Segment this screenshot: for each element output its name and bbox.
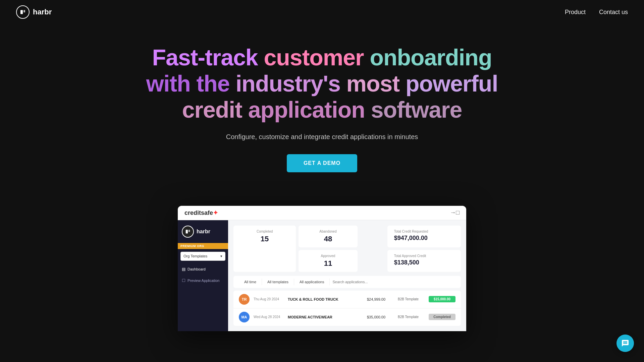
svg-rect-0 — [20, 10, 23, 14]
svg-rect-3 — [189, 230, 190, 232]
completed-value: 15 — [240, 235, 289, 243]
dashboard-icon: ▤ — [182, 267, 185, 272]
row-date: Thu Aug 29 2024 — [254, 297, 284, 301]
sidebar-logo-circle — [182, 226, 194, 238]
row-name: TUCK & ROLL FOOD TRUCK — [288, 297, 363, 301]
nav-link-contact[interactable]: Contact us — [599, 9, 628, 16]
app-sidebar: harbr PREMIUM ORG Org Templates ▾ ▤ Dash… — [178, 220, 228, 331]
sidebar-item-preview[interactable]: ☐ Preview Application — [178, 275, 228, 286]
row-date: Wed Aug 28 2024 — [254, 315, 284, 319]
total-credit-stat: Total Credit Requested $947,000.00 — [387, 226, 461, 247]
abandoned-label: Abandoned — [305, 230, 351, 233]
hero-section: Fast-track customer onboarding with the … — [0, 24, 644, 189]
app-main: Completed 15 Abandoned 48 Approved 11 — [228, 220, 466, 331]
status-badge: Completed — [429, 314, 455, 320]
row-amount: $24,999.00 — [367, 297, 394, 301]
chevron-down-icon: ▾ — [220, 254, 222, 258]
logo-icon — [16, 5, 30, 19]
total-credit-label: Total Credit Requested — [394, 230, 454, 233]
logo-text: harbr — [33, 8, 52, 16]
filter-templates[interactable]: All templates — [262, 279, 294, 285]
approved-value: 11 — [305, 259, 351, 268]
approved-label: Approved — [305, 254, 351, 258]
row-template: B2B Template — [398, 297, 425, 301]
nav-logo[interactable]: harbr — [16, 5, 52, 19]
filter-bar: All time All templates All applications — [233, 276, 461, 288]
total-approved-stat: Total Approved Credit $138,500 — [387, 250, 461, 272]
navbar: harbr Product Contact us — [0, 0, 644, 24]
sidebar-item-dashboard[interactable]: ▤ Dashboard — [178, 263, 228, 275]
row-name: MODERNE ACTIVEWEAR — [288, 315, 363, 319]
filter-applications[interactable]: All applications — [294, 279, 330, 285]
premium-badge: PREMIUM ORG — [178, 243, 228, 249]
nav-links: Product Contact us — [565, 9, 628, 16]
status-badge: $15,000.00 — [429, 296, 455, 302]
nav-link-product[interactable]: Product — [565, 9, 586, 16]
total-credit-value: $947,000.00 — [394, 235, 454, 242]
total-approved-label: Total Approved Credit — [394, 254, 454, 258]
org-templates-dropdown[interactable]: Org Templates ▾ — [180, 252, 225, 261]
sidebar-brand: harbr — [197, 229, 210, 235]
applications-table: TR Thu Aug 29 2024 TUCK & ROLL FOOD TRUC… — [233, 291, 461, 326]
cta-button[interactable]: GET A DEMO — [287, 154, 357, 172]
hero-subtitle: Configure, customize and integrate credi… — [13, 133, 631, 141]
abandoned-stat: Abandoned 48 — [299, 226, 357, 247]
stats-row: Completed 15 Abandoned 48 Approved 11 — [233, 226, 461, 272]
total-approved-value: $138,500 — [394, 259, 454, 266]
app-screenshot: creditsafe✦ →□ harbr PREMIUM ORG Org Tem… — [178, 206, 466, 331]
table-row: TR Thu Aug 29 2024 TUCK & ROLL FOOD TRUC… — [233, 291, 461, 308]
approved-stat: Approved 11 — [299, 250, 357, 272]
table-row: MA Wed Aug 28 2024 MODERNE ACTIVEWEAR $3… — [233, 308, 461, 326]
avatar: TR — [239, 294, 250, 305]
filter-time[interactable]: All time — [239, 279, 262, 285]
row-template: B2B Template — [398, 315, 425, 319]
preview-icon: ☐ — [182, 278, 185, 283]
sidebar-logo-area: harbr — [178, 220, 228, 243]
app-topbar: creditsafe✦ →□ — [178, 206, 466, 220]
row-amount: $35,000.00 — [367, 315, 394, 319]
logout-icon[interactable]: →□ — [450, 209, 460, 216]
svg-rect-2 — [186, 230, 188, 233]
chat-bubble[interactable] — [616, 335, 634, 352]
completed-stat: Completed 15 — [233, 226, 296, 272]
avatar: MA — [239, 312, 250, 322]
creditsafe-logo: creditsafe✦ — [184, 209, 218, 217]
svg-rect-1 — [23, 10, 25, 12]
completed-label: Completed — [240, 230, 289, 233]
abandoned-value: 48 — [305, 235, 351, 243]
app-body: harbr PREMIUM ORG Org Templates ▾ ▤ Dash… — [178, 220, 466, 331]
hero-title: Fast-track customer onboarding with the … — [13, 44, 631, 123]
search-input[interactable] — [330, 279, 455, 285]
